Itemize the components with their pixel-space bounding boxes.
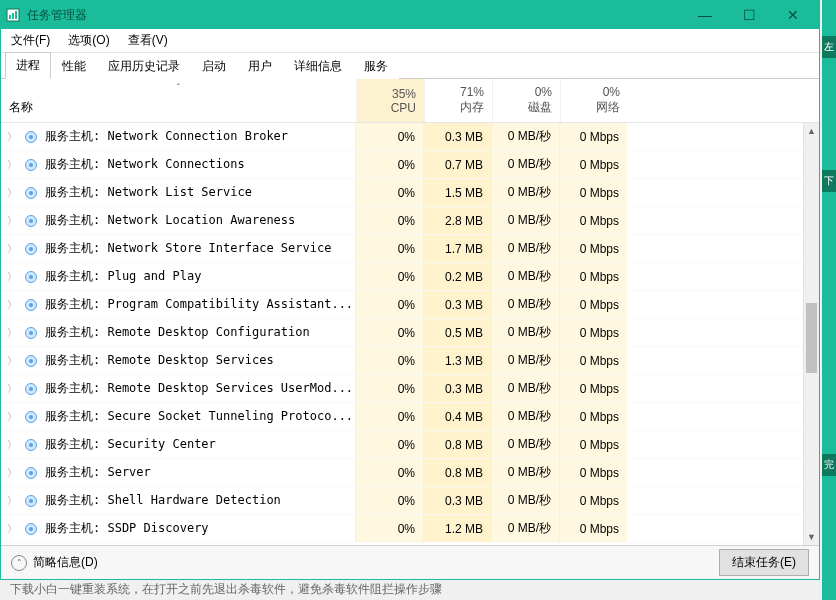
cell-memory: 0.2 MB [423, 263, 491, 290]
cell-network: 0 Mbps [559, 179, 627, 206]
tab-services[interactable]: 服务 [353, 53, 399, 79]
expand-icon[interactable]: 〉 [1, 214, 19, 228]
expand-icon[interactable]: 〉 [1, 270, 19, 284]
fewer-details-toggle[interactable]: ˄ 简略信息(D) [11, 554, 98, 571]
table-row[interactable]: 〉服务主机: Secure Socket Tunneling Protoco..… [1, 403, 803, 431]
cell-disk: 0 MB/秒 [491, 319, 559, 346]
scroll-down-icon[interactable]: ▼ [804, 529, 819, 545]
expand-icon[interactable]: 〉 [1, 298, 19, 312]
expand-icon[interactable]: 〉 [1, 494, 19, 508]
expand-icon[interactable]: 〉 [1, 522, 19, 536]
cell-cpu: 0% [355, 459, 423, 486]
cell-memory: 2.8 MB [423, 207, 491, 234]
service-icon [23, 493, 39, 509]
service-icon [23, 129, 39, 145]
tab-performance[interactable]: 性能 [51, 53, 97, 79]
menu-view[interactable]: 查看(V) [124, 30, 172, 51]
tab-users[interactable]: 用户 [237, 53, 283, 79]
expand-icon[interactable]: 〉 [1, 326, 19, 340]
table-row[interactable]: 〉服务主机: Remote Desktop Configuration0%0.5… [1, 319, 803, 347]
sort-indicator-icon: ˆ [177, 83, 180, 94]
service-icon [23, 269, 39, 285]
table-row[interactable]: 〉服务主机: Server0%0.8 MB0 MB/秒0 Mbps [1, 459, 803, 487]
tab-startup[interactable]: 启动 [191, 53, 237, 79]
memory-label: 内存 [460, 99, 484, 116]
service-icon [23, 465, 39, 481]
cell-cpu: 0% [355, 263, 423, 290]
background-badge: 下 [822, 170, 836, 192]
column-header-memory[interactable]: 71% 内存 [424, 79, 492, 122]
background-text: 下载小白一键重装系统，在打开之前先退出杀毒软件，避免杀毒软件阻拦操作步骤 [10, 581, 442, 598]
table-row[interactable]: 〉服务主机: SSDP Discovery0%1.2 MB0 MB/秒0 Mbp… [1, 515, 803, 543]
svg-rect-3 [15, 11, 17, 19]
process-name: 服务主机: Shell Hardware Detection [45, 492, 355, 509]
cell-network: 0 Mbps [559, 515, 627, 542]
column-header-name[interactable]: ˆ 名称 [1, 79, 356, 122]
table-row[interactable]: 〉服务主机: Remote Desktop Services0%1.3 MB0 … [1, 347, 803, 375]
app-icon [5, 7, 21, 23]
tab-app-history[interactable]: 应用历史记录 [97, 53, 191, 79]
service-icon [23, 297, 39, 313]
tab-processes[interactable]: 进程 [5, 52, 51, 79]
table-row[interactable]: 〉服务主机: Network Store Interface Service0%… [1, 235, 803, 263]
table-row[interactable]: 〉服务主机: Program Compatibility Assistant..… [1, 291, 803, 319]
cell-cpu: 0% [355, 179, 423, 206]
expand-icon[interactable]: 〉 [1, 186, 19, 200]
table-row[interactable]: 〉服务主机: Network Connection Broker0%0.3 MB… [1, 123, 803, 151]
window-title: 任务管理器 [27, 7, 683, 24]
cell-disk: 0 MB/秒 [491, 179, 559, 206]
service-icon [23, 325, 39, 341]
table-row[interactable]: 〉服务主机: Remote Desktop Services UserMod..… [1, 375, 803, 403]
menu-options[interactable]: 选项(O) [64, 30, 113, 51]
cell-disk: 0 MB/秒 [491, 459, 559, 486]
expand-icon[interactable]: 〉 [1, 354, 19, 368]
scrollbar-thumb[interactable] [806, 303, 817, 373]
titlebar[interactable]: 任务管理器 ― ☐ ✕ [1, 1, 819, 29]
expand-icon[interactable]: 〉 [1, 382, 19, 396]
cell-cpu: 0% [355, 375, 423, 402]
expand-icon[interactable]: 〉 [1, 438, 19, 452]
cell-cpu: 0% [355, 403, 423, 430]
table-row[interactable]: 〉服务主机: Plug and Play0%0.2 MB0 MB/秒0 Mbps [1, 263, 803, 291]
expand-icon[interactable]: 〉 [1, 242, 19, 256]
end-task-button[interactable]: 结束任务(E) [719, 549, 809, 576]
cell-network: 0 Mbps [559, 207, 627, 234]
content-area: ˆ 名称 35% CPU 71% 内存 0% 磁盘 0% 网络 〉服务主机: N… [1, 79, 819, 545]
scroll-up-icon[interactable]: ▲ [804, 123, 819, 139]
cell-network: 0 Mbps [559, 487, 627, 514]
cell-memory: 0.3 MB [423, 291, 491, 318]
scrollbar-vertical[interactable]: ▲ ▼ [803, 123, 819, 545]
table-row[interactable]: 〉服务主机: Shell Hardware Detection0%0.3 MB0… [1, 487, 803, 515]
process-name: 服务主机: SSDP Discovery [45, 520, 355, 537]
column-header-network[interactable]: 0% 网络 [560, 79, 628, 122]
svg-point-9 [29, 191, 33, 195]
memory-percent: 71% [460, 85, 484, 99]
cell-disk: 0 MB/秒 [491, 207, 559, 234]
expand-icon[interactable]: 〉 [1, 158, 19, 172]
cell-disk: 0 MB/秒 [491, 515, 559, 542]
table-row[interactable]: 〉服务主机: Network Connections0%0.7 MB0 MB/秒… [1, 151, 803, 179]
process-name: 服务主机: Network Connections [45, 156, 355, 173]
close-button[interactable]: ✕ [771, 1, 815, 29]
svg-rect-2 [12, 13, 14, 19]
expand-icon[interactable]: 〉 [1, 130, 19, 144]
cell-memory: 1.7 MB [423, 235, 491, 262]
statusbar: ˄ 简略信息(D) 结束任务(E) [1, 545, 819, 579]
menu-file[interactable]: 文件(F) [7, 30, 54, 51]
expand-icon[interactable]: 〉 [1, 466, 19, 480]
cell-cpu: 0% [355, 347, 423, 374]
cell-network: 0 Mbps [559, 319, 627, 346]
cell-network: 0 Mbps [559, 235, 627, 262]
column-header-cpu[interactable]: 35% CPU [356, 79, 424, 122]
cpu-label: CPU [391, 101, 416, 115]
cell-memory: 0.5 MB [423, 319, 491, 346]
table-row[interactable]: 〉服务主机: Network List Service0%1.5 MB0 MB/… [1, 179, 803, 207]
service-icon [23, 437, 39, 453]
table-row[interactable]: 〉服务主机: Security Center0%0.8 MB0 MB/秒0 Mb… [1, 431, 803, 459]
minimize-button[interactable]: ― [683, 1, 727, 29]
expand-icon[interactable]: 〉 [1, 410, 19, 424]
table-row[interactable]: 〉服务主机: Network Location Awareness0%2.8 M… [1, 207, 803, 235]
column-header-disk[interactable]: 0% 磁盘 [492, 79, 560, 122]
maximize-button[interactable]: ☐ [727, 1, 771, 29]
tab-details[interactable]: 详细信息 [283, 53, 353, 79]
